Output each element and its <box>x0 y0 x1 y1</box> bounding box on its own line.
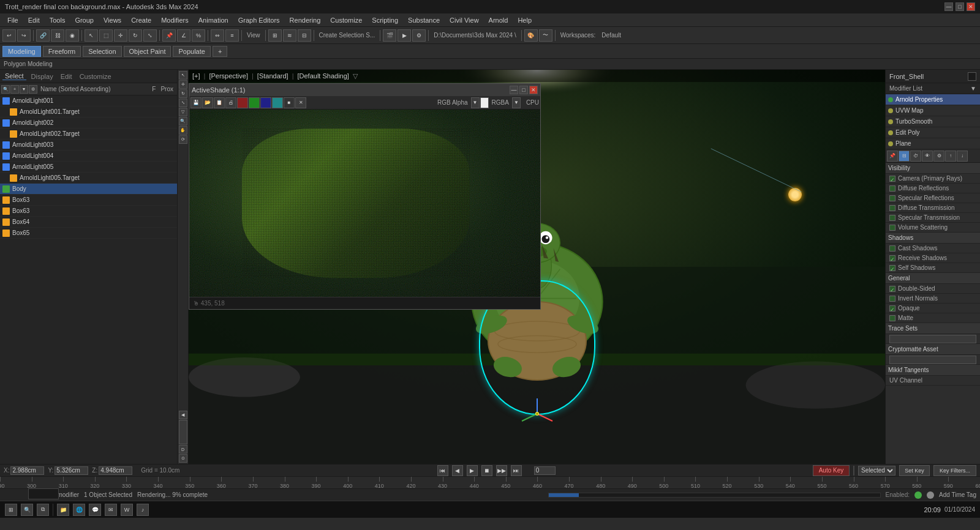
key-filters-btn[interactable]: Key Filters... <box>933 465 976 476</box>
chrome-btn[interactable]: 🌐 <box>73 504 85 516</box>
scene-item[interactable]: ArnoldLight002.Target <box>0 129 177 140</box>
general-header[interactable]: General <box>886 273 980 284</box>
modeling-tab[interactable]: Modeling <box>2 46 41 57</box>
next-frame-btn[interactable]: ▶▶ <box>496 465 507 476</box>
trace-sets-header[interactable]: Trace Sets <box>886 323 980 334</box>
scene-item[interactable]: Box65 <box>0 228 177 239</box>
opaque-check[interactable] <box>889 305 895 312</box>
populate-tab[interactable]: Populate <box>173 46 210 57</box>
as-open-btn[interactable]: 📂 <box>202 97 213 108</box>
rp-anim-btn[interactable]: ⏱ <box>910 151 921 162</box>
as-stop-btn[interactable]: ■ <box>284 97 295 108</box>
camera-rays-check[interactable] <box>889 176 895 182</box>
scene-item[interactable]: Body <box>0 184 177 195</box>
maximize-button[interactable]: □ <box>956 2 964 11</box>
side-filter-btn[interactable]: ▽ <box>179 108 187 116</box>
invert-normals-check[interactable] <box>889 296 895 302</box>
trace-sets-input[interactable] <box>889 335 976 343</box>
play-btn[interactable]: ▶ <box>467 465 478 476</box>
search-taskbar-btn[interactable]: 🔍 <box>21 504 33 516</box>
as-mode-drop-btn[interactable]: ▼ <box>512 97 521 108</box>
y-input[interactable] <box>55 466 88 475</box>
close-button[interactable]: ✕ <box>967 2 975 11</box>
menu-item-views[interactable]: Views <box>99 15 126 25</box>
spotify-btn[interactable]: ♪ <box>137 504 149 516</box>
side-rotate-btn[interactable]: ↻ <box>179 89 187 98</box>
menu-item-animation[interactable]: Animation <box>194 15 233 25</box>
skip-start-btn[interactable]: ⏮ <box>437 465 448 476</box>
modifier-item[interactable]: Edit Poly <box>886 127 980 138</box>
add-time-tag-label[interactable]: Add Time Tag <box>939 491 976 498</box>
customize-tab[interactable]: Customize <box>77 73 114 80</box>
matte-check[interactable] <box>889 315 895 321</box>
menu-item-civil-view[interactable]: Civil View <box>445 15 483 25</box>
scene-item[interactable]: ArnoldLight001 <box>0 95 177 106</box>
side-pan-btn[interactable]: ✋ <box>179 126 187 135</box>
diffuse-trans-check[interactable] <box>889 205 895 211</box>
vp-standard-label[interactable]: [Standard] <box>257 72 288 80</box>
z-input[interactable] <box>99 466 132 475</box>
vp-plus-label[interactable]: [+] <box>192 72 200 80</box>
side-scale-btn[interactable]: ⤡ <box>179 99 187 107</box>
menu-item-edit[interactable]: Edit <box>23 15 45 25</box>
visibility-header[interactable]: Visibility <box>886 163 980 174</box>
scene-item[interactable]: Box64 <box>0 217 177 228</box>
stop-btn[interactable]: ⏹ <box>481 465 492 476</box>
modifier-drop-icon[interactable]: ▼ <box>970 85 976 92</box>
as-print-btn[interactable]: 🖨 <box>225 97 236 108</box>
diffuse-refl-check[interactable] <box>889 185 895 192</box>
as-minimize-btn[interactable]: — <box>510 86 518 94</box>
minimize-button[interactable]: — <box>944 2 953 11</box>
as-green-btn[interactable] <box>249 97 260 108</box>
side-extra2-btn[interactable]: ⊙ <box>179 454 187 463</box>
main-viewport[interactable]: [+] | [Perspective] | [Standard] | [Defa… <box>189 70 885 464</box>
taskview-btn[interactable]: ⧉ <box>37 504 49 516</box>
set-key-btn[interactable]: Set Key <box>899 465 930 476</box>
modifier-item[interactable]: UVW Map <box>886 105 980 116</box>
teams-btn[interactable]: 💬 <box>89 504 101 516</box>
scene-item[interactable]: ArnoldLight002 <box>0 118 177 129</box>
move-button[interactable]: ✛ <box>114 29 127 42</box>
percent-snap-button[interactable]: % <box>192 29 205 42</box>
ribbon-button[interactable]: ≋ <box>283 29 296 42</box>
layers-button[interactable]: ⊞ <box>268 29 282 42</box>
start-button[interactable]: ⊞ <box>5 504 17 516</box>
scene-item[interactable]: Box63 <box>0 206 177 217</box>
timeline-track[interactable]: 2903003103203303403503603703803904004104… <box>0 477 980 488</box>
undo-button[interactable]: ↩ <box>2 29 16 42</box>
bind-button[interactable]: ◉ <box>66 29 79 42</box>
rotate-button[interactable]: ↻ <box>129 29 142 42</box>
activeshade-window[interactable]: ActiveShade (1:1) — □ ✕ 💾 📂 📋 🖨 ■ ✕ <box>189 83 541 310</box>
rp-show-btn[interactable]: 👁 <box>922 151 933 162</box>
rp-down-btn[interactable]: ↓ <box>957 151 968 162</box>
specular-refl-check[interactable] <box>889 195 895 201</box>
material-editor-button[interactable]: 🎨 <box>524 29 538 42</box>
mail-btn[interactable]: ✉ <box>105 504 117 516</box>
modifier-item[interactable]: Arnold Properties <box>886 94 980 105</box>
menu-item-create[interactable]: Create <box>126 15 156 25</box>
scene-search-btn[interactable]: 🔍 <box>1 85 10 94</box>
snaps-button[interactable]: 📌 <box>162 29 176 42</box>
double-sided-check[interactable] <box>889 286 895 292</box>
menu-item-rendering[interactable]: Rendering <box>285 15 326 25</box>
menu-item-customize[interactable]: Customize <box>325 15 367 25</box>
selection-tab[interactable]: Selection <box>83 46 121 57</box>
side-select-btn[interactable]: ↖ <box>179 71 187 80</box>
as-red-btn[interactable] <box>237 97 248 108</box>
side-orbit-btn[interactable]: ⟳ <box>179 135 187 144</box>
menu-item-substance[interactable]: Substance <box>403 15 445 25</box>
as-disp-drop-btn[interactable]: ▼ <box>471 97 480 108</box>
select-tab[interactable]: Select <box>2 72 26 80</box>
cryptomatte-input[interactable] <box>889 356 976 364</box>
scene-item[interactable]: ArnoldLight001.Target <box>0 106 177 118</box>
extra-tab[interactable]: + <box>213 46 227 57</box>
render-button[interactable]: 🎬 <box>383 29 396 42</box>
activeshade-titlebar[interactable]: ActiveShade (1:1) — □ ✕ <box>189 84 540 96</box>
shadows-header[interactable]: Shadows <box>886 233 980 244</box>
select-button[interactable]: ↖ <box>85 29 98 42</box>
menu-item-arnold[interactable]: Arnold <box>484 15 513 25</box>
vp-filter-icon[interactable]: ▽ <box>353 72 358 80</box>
side-options-btn[interactable]: ◀ <box>179 411 187 419</box>
mirror-button[interactable]: ⇔ <box>211 29 224 42</box>
explorer-btn[interactable]: 📁 <box>57 504 69 516</box>
